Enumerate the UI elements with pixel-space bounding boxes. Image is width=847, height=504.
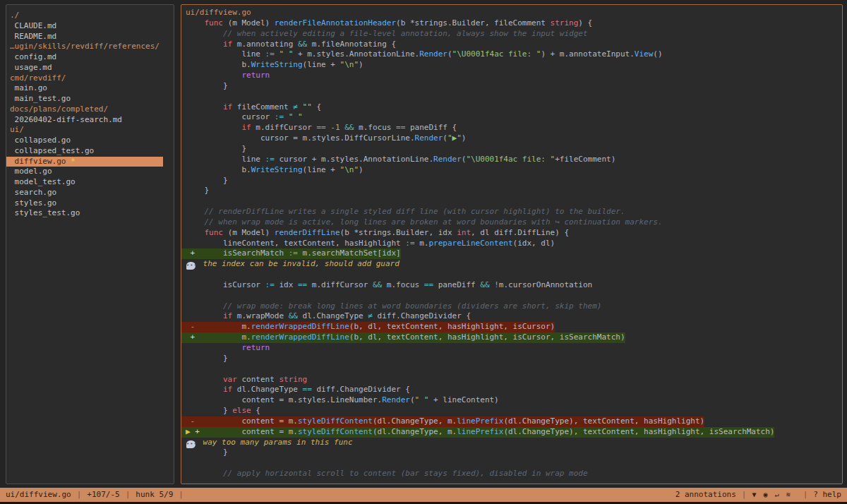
wrap-mode-indicator: ↵ [775,491,786,498]
sidebar-dir-item: …ugin/skills/revdiff/references/ [6,42,163,52]
code-line: return [181,71,842,81]
code-line: // apply horizontal scroll to content (b… [181,469,842,479]
blank-line [181,196,842,207]
code-line: b.WriteString(line + "\n") [181,60,842,71]
code-line: isCursor := idx == m.diffCursor && m.foc… [181,280,842,291]
status-separator: | [126,488,131,502]
sidebar-file-item[interactable]: config.md [6,52,163,63]
annotation-line: ••• the index can be invalid, should add… [181,259,842,270]
code-line: if m.annotating && m.fileAnnotating { [181,40,842,50]
code-line: // renderDiffLine writes a single styled… [181,207,842,217]
diff-code-area: ui/diffview.go func (m Model) renderFile… [181,8,842,479]
sidebar-file-item[interactable]: CLAUDE.md [6,21,163,32]
scroll-down-indicator: ▼ [752,491,763,498]
blank-line [181,364,842,375]
sidebar-file-item[interactable]: collapsed.go [6,136,163,146]
sidebar-file-item[interactable]: model.go [6,167,163,177]
modified-badge: * [71,157,76,166]
code-line: } [181,186,842,196]
sidebar-file-item[interactable]: model_test.go [6,177,163,188]
code-line: content = m.styles.LineNumber.Render(" "… [181,395,842,406]
sidebar-file-item[interactable]: styles.go [6,198,163,209]
sidebar-dir-item: ui/ [6,125,163,136]
blank-line [181,270,842,280]
code-line: b.WriteString(line + "\n") [181,165,842,176]
sidebar-file-item[interactable]: main_test.go [6,94,163,104]
speech-bubble-icon: ••• [186,440,196,448]
sidebar-file-item[interactable]: collapsed_test.go [6,146,163,157]
status-hunk-position: hunk 5/9 [136,488,173,502]
code-line: } [181,448,842,458]
code-line: ui/diffview.go [181,8,842,18]
status-right: 2 annotations | ▼ ◉ ↵ ≋ | ? help [675,488,841,502]
status-annotations-count: 2 annotations [675,488,736,502]
sidebar-file-item[interactable]: styles_test.go [6,208,163,219]
code-line: // when actively editing a file-level an… [181,29,842,40]
blank-line [181,92,842,102]
status-diffstat: +107/-5 [87,488,119,502]
sidebar-file-item[interactable]: search.go [6,188,163,198]
blank-line [181,458,842,469]
sidebar-file-item[interactable]: main.go [6,83,163,94]
status-separator: | [179,488,184,502]
diff-line-add: ▶ + content = m.styleDiffContent(dl.Chan… [181,427,842,438]
sidebar-dir-item: ./ [6,11,163,21]
help-hint[interactable]: ? help [813,488,841,502]
file-tree-panel: ./ CLAUDE.md README.md…ugin/skills/revdi… [6,4,174,484]
search-mode-indicator: ≋ [786,491,798,498]
code-line: if fileComment ≠ "" { [181,102,842,113]
code-line: } [181,176,842,186]
code-line: } [181,144,842,155]
code-line: line := cursor + m.styles.AnnotationLine… [181,155,842,165]
annotation-line: ••• way too many params in this func [181,438,842,448]
code-line: var content string [181,375,842,385]
code-line: // wrap mode: break long lines at word b… [181,301,842,312]
status-separator: | [77,488,82,502]
code-line: } [181,81,842,92]
cursor-mode-indicator: ◉ [763,491,774,498]
status-mode-indicators: ▼ ◉ ↵ ≋ [752,488,797,502]
code-line: if dl.ChangeType == diff.ChangeDivider { [181,385,842,395]
status-separator: | [803,488,808,502]
status-separator: | [742,488,747,502]
code-line: cursor = m.styles.DiffCursorLine.Render(… [181,133,842,144]
code-line: lineContent, textContent, hasHighlight :… [181,239,842,249]
diff-line-del: - content = m.styleDiffContent(dl.Change… [181,416,842,427]
code-line: if m.wrapMode && dl.ChangeType ≠ diff.Ch… [181,311,842,322]
code-line: } else { [181,406,842,416]
status-left: ui/diffview.go | +107/-5 | hunk 5/9 | [6,488,184,502]
sidebar-dir-item: cmd/revdiff/ [6,73,163,84]
sidebar-file-item[interactable]: README.md [6,32,163,42]
sidebar-file-item[interactable]: diffview.go * [6,157,163,167]
diff-line-add: + m.renderWrappedDiffLine(b, dl, textCon… [181,332,842,343]
diff-line-add: + isSearchMatch := m.searchMatchSet[idx] [181,248,842,259]
code-line: cursor := " " [181,112,842,123]
blank-line [181,291,842,301]
status-bar: ui/diffview.go | +107/-5 | hunk 5/9 | 2 … [0,488,847,502]
code-line: return [181,343,842,354]
code-line: func (m Model) renderDiffLine(b *strings… [181,228,842,239]
sidebar-file-item[interactable]: 20260402-diff-search.md [6,115,163,126]
code-line: line := " " + m.styles.AnnotationLine.Re… [181,49,842,60]
code-line: } [181,354,842,364]
speech-bubble-icon: ••• [186,262,196,270]
status-filename: ui/diffview.go [6,488,71,502]
sidebar-dir-item: docs/plans/completed/ [6,104,163,115]
diff-view-panel: ui/diffview.go func (m Model) renderFile… [181,4,843,484]
code-line: // when wrap mode is active, long lines … [181,217,842,228]
code-line: if m.diffCursor == -1 && m.focus == pane… [181,123,842,133]
sidebar-file-item[interactable]: usage.md [6,63,163,73]
diff-line-del: - m.renderWrappedDiffLine(b, dl, textCon… [181,322,842,332]
code-line: func (m Model) renderFileAnnotationHeade… [181,18,842,29]
